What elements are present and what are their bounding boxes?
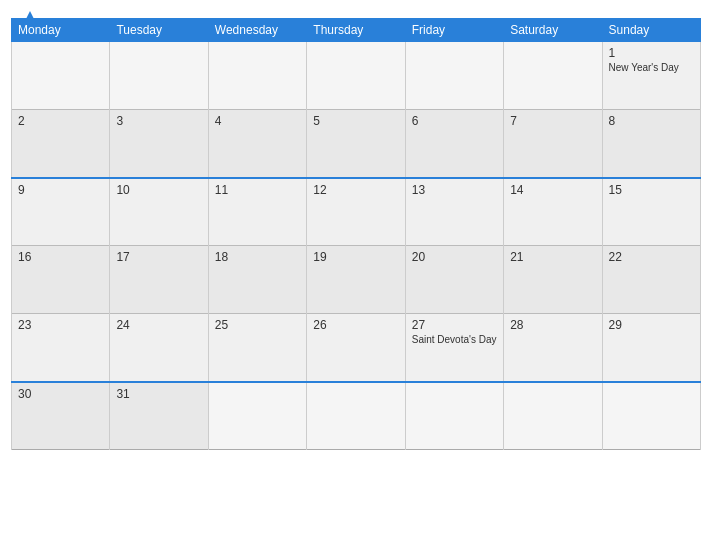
calendar-cell: [12, 42, 110, 110]
day-number: 1: [609, 46, 694, 60]
calendar-cell: 15: [602, 178, 700, 246]
day-number: 6: [412, 114, 497, 128]
day-event: New Year's Day: [609, 62, 694, 73]
weekday-header-friday: Friday: [405, 19, 503, 42]
logo-triangle-icon: [23, 11, 37, 29]
day-number: 17: [116, 250, 201, 264]
calendar-cell: [602, 382, 700, 450]
day-number: 11: [215, 183, 300, 197]
calendar-cell: [504, 382, 602, 450]
day-number: 19: [313, 250, 398, 264]
calendar-cell: 21: [504, 246, 602, 314]
weekday-header-wednesday: Wednesday: [208, 19, 306, 42]
calendar-cell: 26: [307, 314, 405, 382]
calendar-table: MondayTuesdayWednesdayThursdayFridaySatu…: [11, 18, 701, 450]
weekday-header-thursday: Thursday: [307, 19, 405, 42]
calendar-cell: [208, 382, 306, 450]
day-number: 3: [116, 114, 201, 128]
day-number: 4: [215, 114, 300, 128]
calendar-cell: 11: [208, 178, 306, 246]
calendar-cell: 27Saint Devota's Day: [405, 314, 503, 382]
calendar-cell: [504, 42, 602, 110]
day-number: 16: [18, 250, 103, 264]
day-event: Saint Devota's Day: [412, 334, 497, 345]
day-number: 18: [215, 250, 300, 264]
logo: [20, 10, 37, 29]
day-number: 23: [18, 318, 103, 332]
day-number: 30: [18, 387, 103, 401]
calendar-cell: [307, 382, 405, 450]
calendar-cell: 29: [602, 314, 700, 382]
day-number: 31: [116, 387, 201, 401]
week-row-2: 2345678: [12, 110, 701, 178]
calendar-cell: 17: [110, 246, 208, 314]
day-number: 27: [412, 318, 497, 332]
calendar-cell: 2: [12, 110, 110, 178]
calendar-cell: 25: [208, 314, 306, 382]
calendar-cell: [110, 42, 208, 110]
week-row-1: 1New Year's Day: [12, 42, 701, 110]
calendar-cell: 1New Year's Day: [602, 42, 700, 110]
day-number: 13: [412, 183, 497, 197]
day-number: 15: [609, 183, 694, 197]
day-number: 20: [412, 250, 497, 264]
calendar-cell: 14: [504, 178, 602, 246]
weekday-header-sunday: Sunday: [602, 19, 700, 42]
calendar-cell: 3: [110, 110, 208, 178]
calendar-cell: 16: [12, 246, 110, 314]
calendar-cell: 20: [405, 246, 503, 314]
calendar-cell: 30: [12, 382, 110, 450]
calendar-cell: 9: [12, 178, 110, 246]
calendar-cell: [405, 42, 503, 110]
calendar-cell: 7: [504, 110, 602, 178]
weekday-header-row: MondayTuesdayWednesdayThursdayFridaySatu…: [12, 19, 701, 42]
day-number: 14: [510, 183, 595, 197]
calendar-cell: 31: [110, 382, 208, 450]
day-number: 7: [510, 114, 595, 128]
calendar-cell: 8: [602, 110, 700, 178]
calendar-cell: 10: [110, 178, 208, 246]
week-row-3: 9101112131415: [12, 178, 701, 246]
calendar-cell: 4: [208, 110, 306, 178]
calendar-cell: 28: [504, 314, 602, 382]
calendar-cell: 13: [405, 178, 503, 246]
calendar-cell: 6: [405, 110, 503, 178]
weekday-header-saturday: Saturday: [504, 19, 602, 42]
calendar-cell: [307, 42, 405, 110]
calendar-cell: 23: [12, 314, 110, 382]
calendar-cell: 12: [307, 178, 405, 246]
calendar-cell: 24: [110, 314, 208, 382]
day-number: 22: [609, 250, 694, 264]
day-number: 21: [510, 250, 595, 264]
svg-marker-0: [23, 11, 37, 25]
day-number: 28: [510, 318, 595, 332]
day-number: 12: [313, 183, 398, 197]
day-number: 5: [313, 114, 398, 128]
calendar-cell: [405, 382, 503, 450]
day-number: 26: [313, 318, 398, 332]
day-number: 24: [116, 318, 201, 332]
calendar-cell: 22: [602, 246, 700, 314]
calendar-cell: [208, 42, 306, 110]
day-number: 8: [609, 114, 694, 128]
day-number: 29: [609, 318, 694, 332]
week-row-6: 3031: [12, 382, 701, 450]
day-number: 2: [18, 114, 103, 128]
week-row-5: 2324252627Saint Devota's Day2829: [12, 314, 701, 382]
calendar-cell: 19: [307, 246, 405, 314]
week-row-4: 16171819202122: [12, 246, 701, 314]
weekday-header-tuesday: Tuesday: [110, 19, 208, 42]
day-number: 25: [215, 318, 300, 332]
calendar-cell: 18: [208, 246, 306, 314]
calendar-cell: 5: [307, 110, 405, 178]
day-number: 9: [18, 183, 103, 197]
calendar-header: [0, 0, 712, 16]
day-number: 10: [116, 183, 201, 197]
